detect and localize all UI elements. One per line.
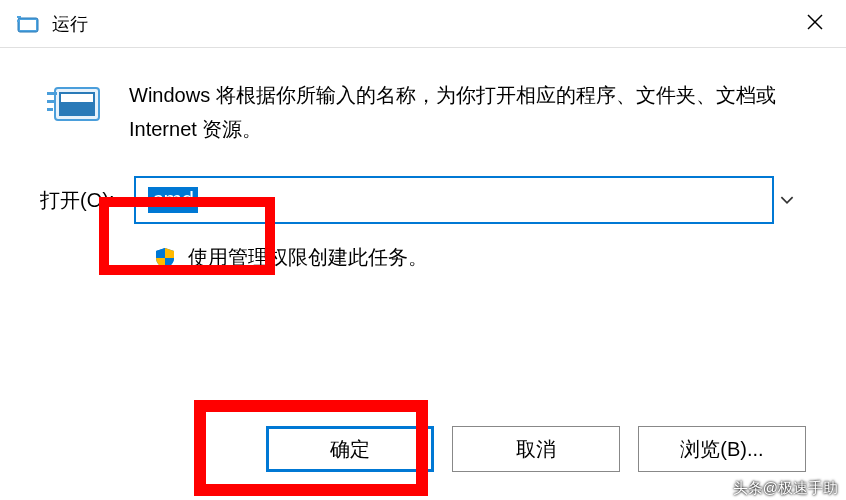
watermark-text: 头条@极速手助 (733, 479, 838, 498)
browse-button[interactable]: 浏览(B)... (638, 426, 806, 472)
dialog-content: Windows 将根据你所输入的名称，为你打开相应的程序、文件夹、文档或 Int… (0, 48, 846, 291)
shield-icon (154, 247, 176, 269)
description-row: Windows 将根据你所输入的名称，为你打开相应的程序、文件夹、文档或 Int… (40, 78, 806, 146)
close-button[interactable] (792, 1, 838, 47)
cancel-button[interactable]: 取消 (452, 426, 620, 472)
description-text: Windows 将根据你所输入的名称，为你打开相应的程序、文件夹、文档或 Int… (129, 78, 806, 146)
close-icon (807, 12, 823, 35)
open-input[interactable] (134, 176, 774, 224)
admin-note-text: 使用管理权限创建此任务。 (188, 244, 428, 271)
run-dialog-large-icon (45, 82, 101, 124)
svg-rect-1 (20, 20, 36, 30)
titlebar-left: 运行 (16, 12, 88, 36)
svg-rect-2 (17, 16, 21, 18)
admin-privilege-note: 使用管理权限创建此任务。 (154, 244, 806, 271)
dialog-buttons: 确定 取消 浏览(B)... (266, 426, 806, 472)
ok-button[interactable]: 确定 (266, 426, 434, 472)
open-input-selected-text: cmd (148, 187, 198, 213)
window-title: 运行 (52, 12, 88, 36)
svg-rect-10 (47, 100, 55, 103)
run-dialog-small-icon (16, 12, 40, 36)
svg-rect-3 (17, 20, 20, 22)
titlebar: 运行 (0, 0, 846, 48)
svg-rect-9 (47, 92, 57, 95)
svg-rect-8 (61, 94, 93, 102)
chevron-down-icon (780, 191, 794, 209)
open-label: 打开(O): (40, 187, 114, 214)
open-input-row: 打开(O): cmd (40, 176, 806, 224)
svg-rect-11 (47, 108, 53, 111)
open-combobox[interactable]: cmd (134, 176, 806, 224)
